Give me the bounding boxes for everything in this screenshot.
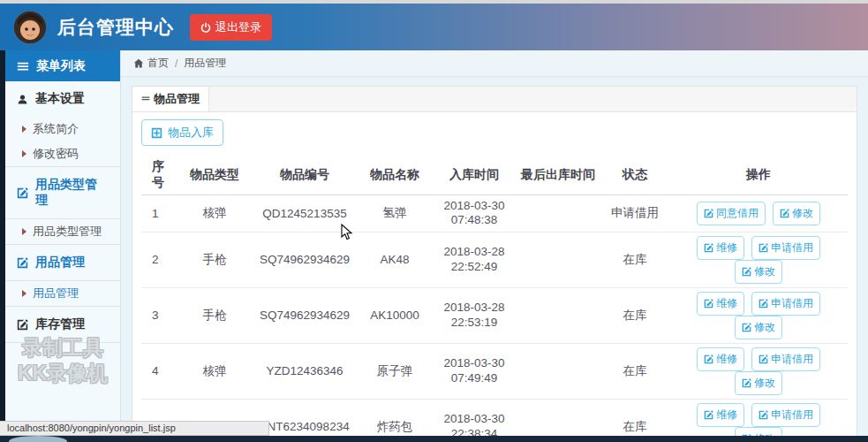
table-row: 4 核弹 YZD12436346 原子弹 2018-03-3007:49:49 … [141,343,848,399]
row-action-button[interactable]: 维修 [697,347,744,371]
edit-icon [17,187,28,199]
edit-icon [704,354,713,364]
sidebar-item-label: 系统简介 [33,121,79,137]
cell-out-time [516,232,600,287]
panel-body: 物品入库 序号物品类型物品编号物品名称入库时间最后出库时间状态操作 1 核弹 Q… [132,112,857,442]
logout-button[interactable]: 退出登录 [190,14,272,41]
cell-out-time [516,195,600,232]
cell-out-time [516,343,600,399]
table-row: 1 核弹 QD1245213535 氢弹 2018-03-3007:48:38 … [141,195,848,232]
sidebar-item-label: 用品管理 [33,286,79,301]
cell-type: 核弹 [177,195,253,232]
window-top-edge [0,0,868,4]
recorder-control-blob [9,436,67,442]
table-row: 3 手枪 SQ74962934629 AK10000 2018-03-2822:… [141,287,848,343]
logout-label: 退出登录 [215,19,261,35]
table-header-cell: 入库时间 [433,155,516,195]
arrow-right-icon [22,150,26,157]
watermark-line-1: 录制工具 [5,335,120,361]
breadcrumb-separator: / [175,57,177,70]
cell-no: 4 [141,343,177,399]
row-action-button[interactable]: 修改 [773,202,820,225]
edit-icon [759,299,768,309]
cell-status: 在库 [600,287,669,343]
edit-icon [742,378,751,388]
cell-actions: 维修 申请借用 修改 [669,287,848,343]
browser-status-bar: localhost:8080/yongpin/yongpin_list.jsp [0,421,269,436]
cell-actions: 维修 申请借用 修改 [669,343,848,399]
sidebar-section-item[interactable]: 用品类型管理 [5,166,120,218]
user-icon [17,94,28,105]
arrow-right-icon [22,290,26,297]
table-header-row: 序号物品类型物品编号物品名称入库时间最后出库时间状态操作 [141,155,848,195]
home-icon [133,58,144,69]
add-item-button[interactable]: 物品入库 [141,119,223,146]
sidebar-sub-item[interactable]: 修改密码 [5,141,120,166]
window-left-edge [0,50,5,442]
sidebar-menu-header: 菜单列表 [5,50,120,81]
table-header-cell: 物品类型 [177,155,253,195]
sidebar-menu-header-label: 菜单列表 [36,58,86,74]
sidebar-item-label: 用品类型管理 [33,224,102,240]
row-action-button[interactable]: 修改 [735,316,782,339]
row-action-button[interactable]: 维修 [697,403,744,427]
row-action-button[interactable]: 维修 [697,236,744,260]
breadcrumb-home-link[interactable]: 首页 [133,56,169,71]
cell-no: 2 [141,232,177,287]
edit-icon [704,243,713,253]
edit-icon [704,209,713,218]
table-header-cell: 物品名称 [357,155,433,195]
cell-status: 在库 [600,343,669,399]
add-item-label: 物品入库 [168,125,214,141]
row-action-button[interactable]: 申请借用 [751,347,820,371]
sidebar-item-label: 库存管理 [35,316,85,332]
table-header-cell: 操作 [669,155,848,195]
row-action-button[interactable]: 同意借用 [697,202,766,225]
power-icon [200,22,211,33]
edit-icon [759,354,768,364]
arrow-right-icon [22,228,26,235]
edit-icon [17,319,28,331]
watermark-line-2: KK录像机 [5,361,120,386]
cell-type: 核弹 [177,343,253,399]
avatar-image [14,11,46,43]
cell-no: 1 [141,195,177,232]
sidebar-item-label: 修改密码 [33,146,79,162]
recorder-watermark: 录制工具 KK录像机 [5,335,120,386]
sidebar-section-item[interactable]: 用品管理 [5,244,120,280]
table-row: 2 手枪 SQ74962934629 AK48 2018-03-2822:52:… [141,232,848,287]
row-action-button[interactable]: 修改 [735,371,782,395]
breadcrumb-home-label: 首页 [147,56,169,71]
sidebar-item-label: 用品类型管理 [35,177,109,209]
cell-in-time: 2018-03-2822:52:49 [433,232,516,287]
cell-type: 手枪 [177,232,253,287]
items-table-head: 序号物品类型物品编号物品名称入库时间最后出库时间状态操作 [141,155,848,195]
sidebar-section-item[interactable]: 基本设置 [5,81,120,117]
cell-in-time: 2018-03-3007:49:49 [433,343,516,399]
main-content: 首页 / 用品管理 物品管理 物品入库 序号物品类型物品编号物品名称入库时间最 [121,50,868,436]
row-action-button[interactable]: 申请借用 [751,236,820,260]
table-header-cell: 物品编号 [253,155,357,195]
sidebar-items: 基本设置 系统简介 修改密码 用品类型管理 用品类型管理 用品管理 用品管理 库… [5,81,120,343]
row-action-button[interactable]: 申请借用 [751,403,820,427]
sidebar-sub-item[interactable]: 系统简介 [5,117,120,141]
panel-tab: 物品管理 [132,87,209,111]
sidebar-sub-item[interactable]: 用品管理 [5,280,120,306]
cell-in-time: 2018-03-3007:48:38 [433,195,516,232]
sidebar-sub-item[interactable]: 用品类型管理 [5,218,120,244]
cell-status: 在库 [600,232,669,287]
list-icon [141,95,150,103]
cell-actions: 同意借用 修改 [669,195,848,232]
menu-icon [17,60,29,72]
sidebar: 菜单列表 基本设置 系统简介 修改密码 用品类型管理 用品类型管理 用品管理 用… [5,50,121,436]
cell-code: SQ74962934629 [253,287,357,343]
row-action-button[interactable]: 申请借用 [751,292,820,316]
row-action-button[interactable]: 修改 [735,260,782,284]
table-header-cell: 状态 [600,155,669,195]
app-window: 后台管理中心 退出登录 菜单列表 基本设置 系统简介 修改密码 用品类型管理 用… [0,0,868,442]
row-action-button[interactable]: 维修 [697,292,744,316]
cell-no: 3 [141,287,177,343]
page-title: 后台管理中心 [57,15,174,40]
arrow-right-icon [22,126,26,133]
table-header-cell: 序号 [141,155,177,195]
